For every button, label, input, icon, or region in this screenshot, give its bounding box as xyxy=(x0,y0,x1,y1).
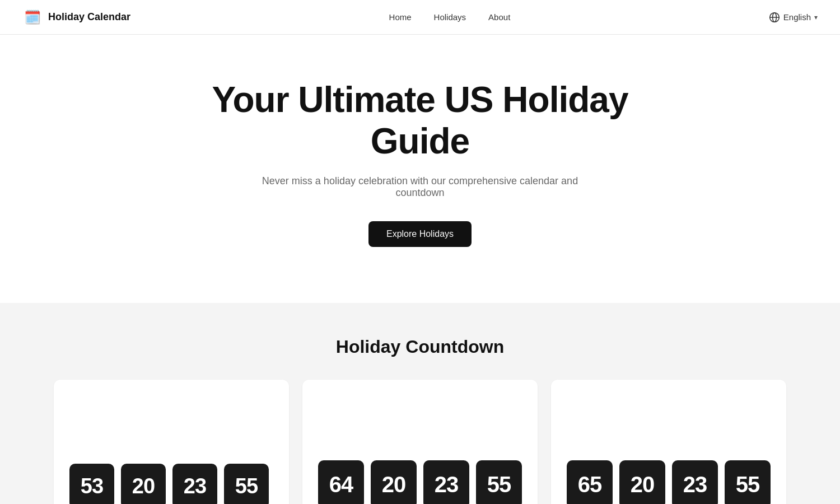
digit-2-1: 20 xyxy=(371,460,417,504)
language-label: English xyxy=(783,12,811,22)
header: 🗓️ Holiday Calendar Home Holidays About … xyxy=(0,0,840,35)
hero-subtitle: Never miss a holiday celebration with ou… xyxy=(252,175,588,199)
countdown-card-1: 53 20 23 55 xyxy=(54,380,289,504)
digit-3-2: 23 xyxy=(672,460,718,504)
globe-icon xyxy=(769,12,780,23)
main-nav: Home Holidays About xyxy=(389,12,511,22)
digit-2-3: 55 xyxy=(476,460,522,504)
countdown-cards: 53 20 23 55 64 20 23 55 65 20 23 55 xyxy=(22,380,818,504)
countdown-section: Holiday Countdown 53 20 23 55 64 20 23 5… xyxy=(0,303,840,504)
hero-section: Your Ultimate US Holiday Guide Never mis… xyxy=(0,35,840,303)
logo-area: 🗓️ Holiday Calendar xyxy=(22,7,130,27)
countdown-digits-2: 64 20 23 55 xyxy=(318,460,522,504)
language-selector[interactable]: English ▾ xyxy=(769,12,818,23)
logo-emoji: 🗓️ xyxy=(24,10,41,25)
logo-icon: 🗓️ xyxy=(22,7,43,27)
digit-3-0: 65 xyxy=(567,460,613,504)
logo-text: Holiday Calendar xyxy=(48,11,130,23)
countdown-card-2: 64 20 23 55 xyxy=(302,380,538,504)
digit-2-2: 23 xyxy=(423,460,469,504)
explore-holidays-button[interactable]: Explore Holidays xyxy=(368,221,472,247)
digit-1-3: 55 xyxy=(224,464,269,504)
digit-1-2: 23 xyxy=(172,464,217,504)
countdown-digits-1: 53 20 23 55 xyxy=(69,464,273,504)
countdown-card-3: 65 20 23 55 xyxy=(551,380,786,504)
nav-about[interactable]: About xyxy=(488,12,510,22)
digit-3-3: 55 xyxy=(725,460,771,504)
hero-title: Your Ultimate US Holiday Guide xyxy=(168,80,672,162)
chevron-down-icon: ▾ xyxy=(814,13,818,21)
nav-holidays[interactable]: Holidays xyxy=(434,12,466,22)
digit-1-1: 20 xyxy=(121,464,166,504)
countdown-digits-3: 65 20 23 55 xyxy=(567,460,771,504)
digit-1-0: 53 xyxy=(69,464,114,504)
digit-2-0: 64 xyxy=(318,460,364,504)
digit-3-1: 20 xyxy=(619,460,665,504)
countdown-title: Holiday Countdown xyxy=(22,337,818,357)
nav-home[interactable]: Home xyxy=(389,12,412,22)
